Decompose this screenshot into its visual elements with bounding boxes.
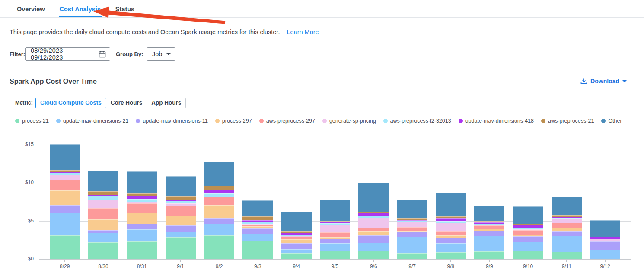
metric-core-hours-button[interactable]: Core Hours	[106, 98, 147, 108]
bar-segment-generate-sp-pricing[interactable]	[436, 223, 466, 231]
bar-segment-update-mav-dimensions-21[interactable]	[474, 236, 504, 251]
bar-segment-process-297[interactable]	[552, 228, 582, 231]
bar-segment-process-21[interactable]	[436, 252, 466, 259]
legend-item-aws-preprocess-21[interactable]: aws-preprocess-21	[541, 118, 594, 124]
legend-item-update-mav-dimensions-21[interactable]: update-mav-dimensions-21	[56, 118, 128, 124]
bar-segment-update-mav-dimensions-11[interactable]	[436, 238, 466, 243]
bar-segment-process-297[interactable]	[127, 213, 157, 224]
bar-segment-generate-sp-pricing[interactable]	[552, 219, 582, 223]
legend-item-update-mav-dimensions-11[interactable]: update-mav-dimensions-11	[136, 118, 208, 124]
bar-segment-process-297[interactable]	[88, 219, 118, 230]
bar-segment-update-mav-dimensions-21[interactable]	[320, 243, 350, 251]
metric-app-hours-button[interactable]: App Hours	[147, 98, 186, 108]
bar-segment-other[interactable]	[242, 200, 273, 216]
bar-segment-aws-preprocess-21[interactable]	[166, 196, 196, 200]
legend-item-aws-preprocess-297[interactable]: aws-preprocess-297	[259, 118, 315, 124]
bar-segment-update-mav-dimensions-418[interactable]	[436, 218, 466, 221]
bar-segment-aws-preprocess-297[interactable]	[204, 197, 234, 205]
bar-segment-process-21[interactable]	[281, 253, 312, 259]
tab-cost-analysis[interactable]: Cost Analysis	[59, 1, 102, 17]
bar-segment-process-21[interactable]	[88, 242, 118, 259]
bar-segment-update-mav-dimensions-11[interactable]	[204, 218, 234, 224]
legend-item-process-21[interactable]: process-21	[15, 118, 49, 124]
bar-segment-other[interactable]	[552, 197, 582, 215]
bar-segment-process-21[interactable]	[166, 237, 196, 259]
bar-segment-aws-preprocess-l2-32013[interactable]	[204, 193, 234, 197]
bar-segment-update-mav-dimensions-21[interactable]	[513, 242, 543, 251]
bar-segment-update-mav-dimensions-11[interactable]	[358, 235, 389, 243]
bar-segment-process-21[interactable]	[397, 253, 427, 259]
bar-segment-aws-preprocess-297[interactable]	[166, 206, 196, 216]
bar-segment-other[interactable]	[474, 206, 504, 221]
bar-segment-update-mav-dimensions-11[interactable]	[513, 236, 543, 242]
bar-segment-aws-preprocess-297[interactable]	[50, 180, 80, 190]
bar-segment-process-21[interactable]	[552, 252, 582, 259]
bar-segment-update-mav-dimensions-11[interactable]	[552, 231, 582, 236]
group-by-dropdown[interactable]: Job	[147, 47, 175, 61]
bar-segment-update-mav-dimensions-21[interactable]	[281, 249, 312, 253]
bar-segment-aws-preprocess-297[interactable]	[320, 232, 350, 237]
bar-segment-other[interactable]	[166, 176, 196, 197]
bar-segment-aws-preprocess-297[interactable]	[552, 223, 582, 228]
bar-segment-update-mav-dimensions-11[interactable]	[127, 224, 157, 229]
bar-segment-update-mav-dimensions-11[interactable]	[590, 241, 620, 250]
bar-segment-aws-preprocess-297[interactable]	[474, 225, 504, 229]
date-range-picker[interactable]: 08/29/2023 - 09/12/2023	[25, 47, 110, 61]
bar-segment-process-297[interactable]	[358, 231, 389, 236]
bar-segment-other[interactable]	[436, 193, 466, 217]
bar-segment-generate-sp-pricing[interactable]	[88, 200, 118, 208]
bar-segment-update-mav-dimensions-11[interactable]	[50, 205, 80, 213]
bar-segment-process-21[interactable]	[242, 241, 273, 259]
bar-segment-aws-preprocess-297[interactable]	[513, 230, 543, 235]
bar-segment-process-21[interactable]	[204, 235, 234, 259]
bar-segment-other[interactable]	[88, 171, 118, 191]
bar-segment-update-mav-dimensions-11[interactable]	[281, 243, 312, 249]
bar-segment-aws-preprocess-297[interactable]	[88, 208, 118, 220]
bar-segment-process-21[interactable]	[513, 251, 543, 259]
bar-segment-update-mav-dimensions-21[interactable]	[127, 229, 157, 241]
bar-segment-process-297[interactable]	[281, 239, 312, 243]
bar-segment-update-mav-dimensions-21[interactable]	[242, 234, 273, 241]
bar-segment-process-297[interactable]	[204, 205, 234, 218]
bar-segment-update-mav-dimensions-21[interactable]	[50, 213, 80, 235]
bar-segment-update-mav-dimensions-11[interactable]	[474, 231, 504, 236]
bar-segment-other[interactable]	[358, 183, 389, 211]
bar-segment-other[interactable]	[320, 200, 350, 221]
bar-segment-other[interactable]	[127, 171, 157, 193]
bar-segment-aws-preprocess-297[interactable]	[436, 231, 466, 236]
bar-segment-process-21[interactable]	[320, 251, 350, 259]
bar-segment-update-mav-dimensions-21[interactable]	[436, 243, 466, 252]
bar-segment-aws-preprocess-297[interactable]	[127, 203, 157, 213]
legend-item-aws-preprocess-l2-32013[interactable]: aws-preprocess-l2-32013	[383, 118, 451, 124]
bar-segment-process-21[interactable]	[127, 241, 157, 259]
bar-segment-update-mav-dimensions-11[interactable]	[397, 232, 427, 237]
metric-cloud-compute-costs-button[interactable]: Cloud Compute Costs	[35, 98, 106, 108]
bar-segment-aws-preprocess-297[interactable]	[397, 227, 427, 231]
bar-segment-update-mav-dimensions-21[interactable]	[358, 243, 389, 251]
bar-segment-update-mav-dimensions-21[interactable]	[88, 233, 118, 242]
learn-more-link[interactable]: Learn More	[287, 29, 319, 35]
bar-segment-other[interactable]	[590, 220, 620, 237]
bar-segment-generate-sp-pricing[interactable]	[358, 218, 389, 228]
bar-segment-generate-sp-pricing[interactable]	[397, 222, 427, 227]
tab-status[interactable]: Status	[115, 1, 135, 17]
bar-segment-update-mav-dimensions-11[interactable]	[166, 225, 196, 232]
bar-segment-process-21[interactable]	[50, 235, 80, 259]
bar-segment-process-21[interactable]	[474, 251, 504, 259]
bar-segment-other[interactable]	[204, 162, 234, 186]
bar-segment-update-mav-dimensions-21[interactable]	[397, 237, 427, 253]
legend-item-generate-sp-pricing[interactable]: generate-sp-pricing	[322, 118, 376, 124]
bar-segment-generate-sp-pricing[interactable]	[50, 175, 80, 180]
bar-segment-update-mav-dimensions-418[interactable]	[204, 190, 234, 193]
bar-segment-aws-preprocess-l2-32013[interactable]	[88, 196, 118, 200]
legend-item-process-297[interactable]: process-297	[215, 118, 252, 124]
bar-segment-aws-preprocess-21[interactable]	[88, 191, 118, 195]
bar-segment-process-297[interactable]	[166, 216, 196, 225]
bar-segment-aws-preprocess-21[interactable]	[242, 216, 273, 220]
bar-segment-other[interactable]	[397, 200, 427, 218]
bar-segment-other[interactable]	[50, 144, 80, 170]
bar-segment-update-mav-dimensions-21[interactable]	[552, 236, 582, 252]
legend-item-update-mav-dimensions-418[interactable]: update-mav-dimensions-418	[459, 118, 534, 124]
tab-overview[interactable]: Overview	[16, 1, 46, 17]
legend-item-other[interactable]: Other	[601, 118, 622, 124]
